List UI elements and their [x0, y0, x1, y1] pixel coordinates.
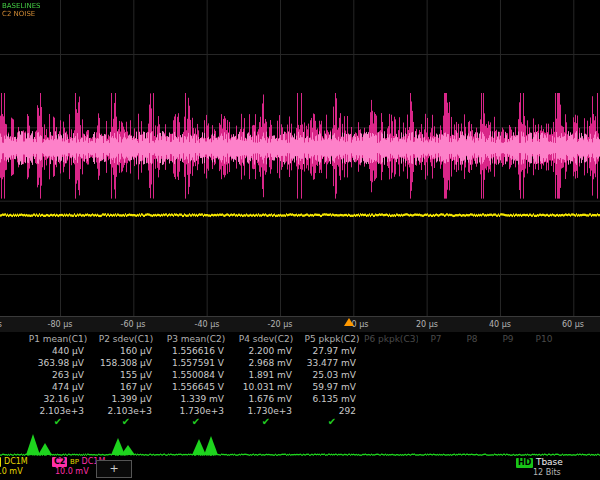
c1-coupling: DC1M — [4, 457, 28, 466]
meas-header-p6[interactable]: P6 pkpk(C3) — [364, 333, 418, 345]
measurement-row-status: ✔ ✔ ✔ ✔ ✔ — [24, 417, 562, 429]
meas-header-p9[interactable]: P9 — [490, 333, 526, 345]
time-tick: -40 µs — [195, 320, 220, 329]
c1-chip: C1 — [0, 457, 1, 467]
waveform-traces — [0, 0, 600, 316]
measurement-row-min: 263 µV 155 µV 1.550084 V 1.891 mV 25.03 … — [24, 369, 562, 381]
meas-value: 167 µV — [92, 381, 160, 393]
meas-value: 2.968 mV — [232, 357, 300, 369]
status-check-icon: ✔ — [92, 417, 160, 427]
measurement-table: P1 mean(C1) P2 sdev(C1) P3 mean(C2) P4 s… — [24, 333, 562, 429]
measurement-row-max: 474 µV 167 µV 1.556645 V 10.031 mV 59.97… — [24, 381, 562, 393]
meas-value: 27.97 mV — [300, 345, 364, 357]
meas-value: 33.477 mV — [300, 357, 364, 369]
meas-value: 1.556645 V — [160, 381, 232, 393]
meas-header-p2[interactable]: P2 sdev(C1) — [92, 333, 160, 345]
waveform-grid[interactable]: BASELINES C2 NOISE — [0, 0, 600, 317]
c1-scale: 50.0 mV — [0, 467, 50, 477]
meas-header-p1[interactable]: P1 mean(C1) — [24, 333, 92, 345]
time-tick: 60 µs — [562, 320, 584, 329]
status-check-icon: ✔ — [232, 417, 300, 427]
measurement-row-mean: 363.98 µV 158.308 µV 1.557591 V 2.968 mV… — [24, 357, 562, 369]
meas-header-p4[interactable]: P4 sdev(C2) — [232, 333, 300, 345]
measurement-row-sdev: 32.16 µV 1.399 µV 1.339 mV 1.676 mV 6.13… — [24, 393, 562, 405]
meas-header-p5[interactable]: P5 pkpk(C2) — [300, 333, 364, 345]
status-check-icon: ✔ — [24, 417, 92, 427]
meas-header-p10[interactable]: P10 — [526, 333, 562, 345]
hd-mode-chip: HD — [516, 458, 533, 468]
meas-value: 474 µV — [24, 381, 92, 393]
time-tick: -100 µs — [0, 320, 2, 329]
c2-bwl-flag: BP — [70, 458, 79, 466]
adc-bits: 12 Bits — [519, 468, 561, 477]
meas-value: 32.16 µV — [24, 393, 92, 405]
oscilloscope-screen: BASELINES C2 NOISE -100 µs -80 µs -60 µs… — [0, 0, 600, 480]
meas-value: 1.339 mV — [160, 393, 232, 405]
time-axis: -100 µs -80 µs -60 µs -40 µs -20 µs 0 µs… — [0, 317, 600, 332]
meas-value: 1.556616 V — [160, 345, 232, 357]
meas-header-p3[interactable]: P3 mean(C2) — [160, 333, 232, 345]
meas-value: 59.97 mV — [300, 381, 364, 393]
meas-value: 1.399 µV — [92, 393, 160, 405]
meas-header-p7[interactable]: P7 — [418, 333, 454, 345]
meas-value: 1.676 mV — [232, 393, 300, 405]
meas-header-p8[interactable]: P8 — [454, 333, 490, 345]
meas-value: 160 µV — [92, 345, 160, 357]
timebase-descriptor[interactable]: HD Tbase 12 Bits 20.0 µs — [516, 457, 600, 479]
trace-label-2: C2 NOISE — [2, 10, 35, 18]
measurement-row-value: 440 µV 160 µV 1.556616 V 2.200 mV 27.97 … — [24, 345, 562, 357]
bottom-bar: C1 DC1M 50.0 mV C2 BP DC1M 10.0 mV + HD … — [0, 456, 600, 480]
status-check-icon: ✔ — [160, 417, 232, 427]
measurement-row-num: 2.103e+3 2.103e+3 1.730e+3 1.730e+3 292 — [24, 405, 562, 417]
time-tick: -20 µs — [268, 320, 293, 329]
meas-value: 2.200 mV — [232, 345, 300, 357]
meas-value: 6.135 mV — [300, 393, 364, 405]
meas-value: 25.03 mV — [300, 369, 364, 381]
meas-value: 155 µV — [92, 369, 160, 381]
meas-value: 10.031 mV — [232, 381, 300, 393]
timebase-label: Tbase — [536, 457, 563, 467]
trace-label-1: BASELINES — [2, 2, 41, 10]
time-tick: 40 µs — [489, 320, 511, 329]
meas-value: 363.98 µV — [24, 357, 92, 369]
time-tick: -60 µs — [121, 320, 146, 329]
c2-chip: C2 — [52, 457, 67, 467]
meas-value: 1.891 mV — [232, 369, 300, 381]
time-tick: -80 µs — [48, 320, 73, 329]
meas-value: 1.557591 V — [160, 357, 232, 369]
time-tick: 0 µs — [352, 320, 369, 329]
meas-value: 158.308 µV — [92, 357, 160, 369]
add-trace-button[interactable]: + — [96, 460, 132, 478]
meas-value: 440 µV — [24, 345, 92, 357]
meas-value: 263 µV — [24, 369, 92, 381]
status-check-icon: ✔ — [300, 417, 364, 427]
channel-c1-descriptor[interactable]: C1 DC1M 50.0 mV — [0, 457, 50, 479]
measurement-header-row: P1 mean(C1) P2 sdev(C1) P3 mean(C2) P4 s… — [24, 333, 562, 345]
trigger-position-marker[interactable] — [344, 318, 354, 326]
meas-value: 1.550084 V — [160, 369, 232, 381]
time-tick: 20 µs — [416, 320, 438, 329]
